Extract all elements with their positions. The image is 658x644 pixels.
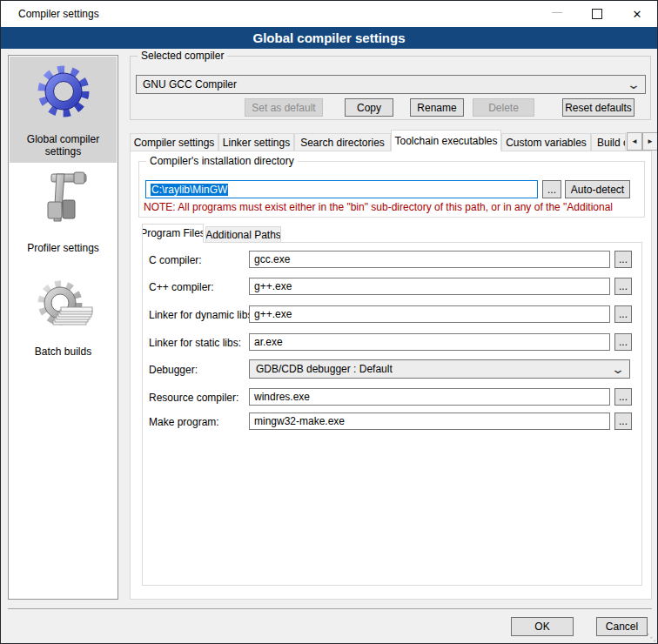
make-program-browse-button[interactable]: ... <box>614 413 632 430</box>
subtab-program-files[interactable]: Program Files <box>142 224 204 243</box>
close-button[interactable]: ✕ <box>617 1 657 27</box>
linker-dynamic-input[interactable]: g++.exe <box>249 305 610 323</box>
left-arrow-icon: ◄ <box>631 138 638 145</box>
resize-grip[interactable]: ⋱ <box>647 632 655 643</box>
chevron-down-icon: ⌄ <box>611 365 625 373</box>
c-compiler-value: gcc.exe <box>254 253 290 265</box>
reset-defaults-button[interactable]: Reset defaults <box>562 98 634 117</box>
cancel-button[interactable]: Cancel <box>596 617 648 636</box>
rename-button[interactable]: Rename <box>410 98 464 117</box>
sidebar-item-label: Batch builds <box>10 345 117 358</box>
field-label-c-compiler: C compiler: <box>149 254 202 266</box>
tab-compiler-settings[interactable]: Compiler settings <box>130 133 218 151</box>
installation-directory-group-title: Compiler's installation directory <box>146 155 298 167</box>
chevron-down-icon: ⌄ <box>627 80 641 89</box>
installation-directory-value: C:\raylib\MinGW <box>151 184 228 196</box>
field-label-cpp-compiler: C++ compiler: <box>149 281 214 293</box>
sidebar-item-profiler-settings[interactable]: Profiler settings <box>10 165 117 259</box>
browse-directory-button[interactable]: ... <box>542 180 561 198</box>
cpp-compiler-input[interactable]: g++.exe <box>249 278 610 295</box>
selected-compiler-group-title: Selected compiler <box>138 50 227 62</box>
window-title: Compiler settings <box>18 8 99 20</box>
c-compiler-browse-button[interactable]: ... <box>614 251 632 268</box>
footer-divider <box>8 608 652 609</box>
set-as-default-button[interactable]: Set as default <box>245 98 323 117</box>
linker-static-value: ar.exe <box>254 336 283 348</box>
sidebar-item-batch-builds[interactable]: Batch builds <box>10 272 117 362</box>
note-text: NOTE: All programs must exist either in … <box>144 201 646 213</box>
tab-custom-variables[interactable]: Custom variables <box>501 133 591 151</box>
close-icon: ✕ <box>633 8 642 21</box>
resource-compiler-input[interactable]: windres.exe <box>249 388 610 406</box>
sidebar-item-label: Global compiler settings <box>10 133 117 158</box>
tab-linker-settings[interactable]: Linker settings <box>218 133 294 151</box>
tab-search-directories[interactable]: Search directories <box>294 133 391 151</box>
field-label-make-program: Make program: <box>149 416 219 428</box>
minimize-icon: — <box>552 6 562 18</box>
auto-detect-button[interactable]: Auto-detect <box>565 180 630 198</box>
linker-static-browse-button[interactable]: ... <box>614 333 632 351</box>
tab-toolchain-executables[interactable]: Toolchain executables <box>391 130 501 151</box>
compiler-settings-dialog: Compiler settings — ✕ Global compiler se… <box>0 0 658 644</box>
copy-button[interactable]: Copy <box>345 98 393 117</box>
resource-compiler-browse-button[interactable]: ... <box>614 388 632 406</box>
right-arrow-icon: ► <box>647 138 654 145</box>
title-bar: Compiler settings — ✕ <box>1 1 657 27</box>
cpp-compiler-value: g++.exe <box>254 280 292 292</box>
field-label-linker-dynamic: Linker for dynamic libs: <box>149 309 256 321</box>
subtab-additional-paths[interactable]: Additional Paths <box>205 226 281 243</box>
resource-compiler-value: windres.exe <box>254 391 310 403</box>
cpp-compiler-browse-button[interactable]: ... <box>614 278 632 295</box>
make-program-input[interactable]: mingw32-make.exe <box>249 413 610 430</box>
field-label-debugger: Debugger: <box>149 364 198 376</box>
installation-directory-input[interactable]: C:\raylib\MinGW <box>145 180 538 198</box>
debugger-dropdown[interactable]: GDB/CDB debugger : Default ⌄ <box>249 359 630 379</box>
sidebar-item-global-compiler-settings[interactable]: Global compiler settings <box>10 57 117 163</box>
field-label-linker-static: Linker for static libs: <box>149 337 241 349</box>
settings-sidebar: Global compiler settings Profiler settin… <box>8 55 118 600</box>
minimize-button[interactable]: — <box>537 1 577 27</box>
tab-build-options[interactable]: Build options <box>591 133 626 151</box>
blue-gear-icon <box>36 64 91 119</box>
maximize-icon <box>592 9 602 19</box>
field-label-resource-compiler: Resource compiler: <box>149 392 238 404</box>
selected-compiler-dropdown[interactable]: GNU GCC Compiler ⌄ <box>136 75 646 94</box>
tab-scroll-left-button[interactable]: ◄ <box>627 132 642 151</box>
selected-compiler-value: GNU GCC Compiler <box>143 78 237 91</box>
delete-button[interactable]: Delete <box>473 98 534 117</box>
page-title: Global compiler settings <box>252 30 405 45</box>
sidebar-item-label: Profiler settings <box>10 242 117 254</box>
c-compiler-input[interactable]: gcc.exe <box>249 251 610 268</box>
debugger-value: GDB/CDB debugger : Default <box>256 363 393 375</box>
make-program-value: mingw32-make.exe <box>254 415 345 427</box>
linker-dynamic-value: g++.exe <box>254 308 292 320</box>
maximize-button[interactable] <box>577 1 617 27</box>
dialog-header: Global compiler settings <box>1 27 657 49</box>
linker-static-input[interactable]: ar.exe <box>249 333 610 351</box>
batch-builds-icon <box>34 275 93 338</box>
tab-scroll-right-button[interactable]: ► <box>642 132 658 151</box>
caliper-icon <box>36 169 91 235</box>
caption-buttons: — ✕ <box>537 1 657 27</box>
ok-button[interactable]: OK <box>511 617 574 636</box>
linker-dynamic-browse-button[interactable]: ... <box>614 305 632 323</box>
